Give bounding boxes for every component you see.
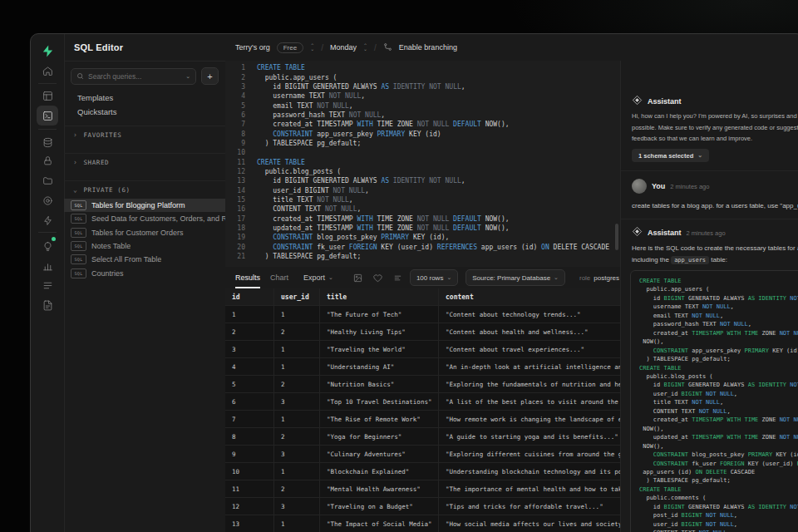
line-number: 8: [225, 131, 245, 138]
editor-line: 3 id BIGINT GENERATED ALWAYS AS IDENTITY…: [225, 82, 620, 91]
table-row[interactable]: 22"Healthy Living Tips""Content about he…: [225, 323, 620, 341]
tab-chart[interactable]: Chart: [270, 267, 288, 288]
table-row[interactable]: 131"The Impact of Social Media""How soci…: [225, 515, 620, 532]
breadcrumb: Terry's org Free ⌃⌄ / Monday ⌃⌄ / Enable…: [235, 34, 457, 61]
editor-line: 5 email TEXT NOT NULL,: [225, 101, 620, 110]
table-cell: 2: [274, 376, 320, 392]
sidebar-item-templates[interactable]: Templates: [64, 91, 225, 105]
table-cell: "Content about technology trends...": [439, 306, 620, 323]
table-row[interactable]: 123"Traveling on a Budget""Tips and tric…: [225, 498, 620, 515]
sidebar-query-item[interactable]: SQLSeed Data for Customers, Orders, and …: [64, 212, 225, 225]
editor-line: 15 title TEXT NOT NULL,: [225, 195, 620, 204]
sql-badge-icon: SQL: [71, 228, 86, 238]
table-row[interactable]: 52"Nutrition Basics""Exploring the funda…: [225, 376, 620, 393]
tab-results[interactable]: Results: [235, 267, 260, 288]
editor-line: 13 id BIGINT GENERATED ALWAYS AS IDENTIT…: [225, 176, 620, 185]
column-header[interactable]: user_id: [274, 288, 320, 305]
table-cell: 3: [225, 341, 274, 357]
table-cell: "A guide to starting yoga and its benefi…: [439, 428, 620, 445]
org-selector-icon[interactable]: ⌃⌄: [310, 44, 314, 51]
database-icon[interactable]: [37, 132, 58, 152]
editor-scrollbar[interactable]: [615, 224, 618, 250]
editor-line: 2 public.app_users (: [225, 72, 620, 81]
table-row[interactable]: 82"Yoga for Beginners""A guide to starti…: [225, 428, 620, 446]
section-favorites[interactable]: › FAVORITES: [64, 126, 225, 144]
table-cell: 10: [225, 463, 274, 480]
functions-icon[interactable]: [37, 190, 58, 210]
table-row[interactable]: 11"The Future of Tech""Content about tec…: [225, 306, 620, 323]
auth-icon[interactable]: [37, 150, 58, 170]
line-number: 4: [225, 92, 245, 100]
editor-line: 17 created_at TIMESTAMP WITH TIME ZONE N…: [225, 214, 620, 224]
chevron-down-icon: ⌄: [328, 274, 333, 281]
line-number: 7: [225, 121, 245, 128]
logs-icon[interactable]: [37, 275, 58, 295]
editor-line: 19 CONSTRAINT blog_posts_pkey PRIMARY KE…: [225, 233, 620, 242]
line-number: 20: [225, 244, 245, 251]
column-header[interactable]: content: [439, 288, 620, 305]
sidebar-query-item[interactable]: SQLTables for Customer Orders: [64, 226, 225, 239]
section-private[interactable]: ⌄ PRIVATE (6): [64, 180, 225, 199]
format-icon[interactable]: [393, 273, 402, 283]
user-name: You: [652, 182, 665, 190]
table-row[interactable]: 112"Mental Health Awareness""The importa…: [225, 480, 620, 498]
table-body: 11"The Future of Tech""Content about tec…: [225, 306, 620, 532]
table-row[interactable]: 71"The Rise of Remote Work""How remote w…: [225, 411, 620, 428]
line-number: 19: [225, 234, 245, 241]
rows-limit-select[interactable]: 100 rows⌄: [410, 269, 458, 286]
advisors-icon[interactable]: [37, 236, 58, 256]
project-name[interactable]: Monday: [330, 43, 357, 52]
sql-editor-icon[interactable]: [37, 106, 58, 126]
project-selector-icon[interactable]: ⌃⌄: [363, 44, 367, 51]
search-chevron-icon: ⌄: [185, 73, 190, 80]
search-input[interactable]: Search queries... ⌄: [71, 68, 196, 85]
editor-lines: 1CREATE TABLE2 public.app_users (3 id BI…: [225, 61, 620, 261]
new-query-button[interactable]: +: [201, 67, 219, 85]
assistant-code-line: CONTENT TEXT NOT NULL,: [639, 529, 798, 532]
heart-icon[interactable]: [373, 273, 382, 283]
table-row[interactable]: 93"Culinary Adventures""Exploring differ…: [225, 446, 620, 463]
table-editor-icon[interactable]: [37, 86, 58, 106]
column-header[interactable]: title: [320, 288, 439, 305]
sidebar-query-item[interactable]: SQLNotes Table: [64, 239, 225, 253]
table-row[interactable]: 101"Blockchain Explained""Understanding …: [225, 463, 620, 480]
nav-rail: [31, 34, 65, 532]
org-name[interactable]: Terry's org: [235, 43, 270, 52]
table-cell: "Blockchain Explained": [320, 463, 439, 480]
supabase-logo-icon[interactable]: [38, 42, 57, 60]
editor-line: 20 CONSTRAINT fk_user FOREIGN KEY (user_…: [225, 243, 620, 252]
sidebar-query-item[interactable]: SQLCountries: [64, 266, 225, 279]
enable-branching-button[interactable]: Enable branching: [399, 43, 457, 52]
search-icon: [76, 72, 84, 80]
storage-icon[interactable]: [37, 170, 58, 190]
reports-icon[interactable]: [37, 256, 58, 276]
rail-divider: [38, 83, 57, 84]
image-icon[interactable]: [353, 273, 362, 283]
table-row[interactable]: 31"Traveling the World""Content about tr…: [225, 341, 620, 358]
sidebar-query-item[interactable]: SQLSelect All From Table: [64, 253, 225, 266]
table-cell: 2: [274, 323, 320, 340]
realtime-icon[interactable]: [37, 210, 58, 230]
line-number: 6: [225, 111, 245, 119]
column-header[interactable]: id: [225, 288, 274, 305]
section-shared[interactable]: › SHARED: [64, 153, 225, 171]
table-row[interactable]: 41"Understanding AI""An in-depth look at…: [225, 358, 620, 376]
line-number: 12: [225, 168, 245, 175]
export-button[interactable]: Export⌄: [303, 273, 333, 282]
assistant-code-line: username TEXT NOT NULL,: [639, 303, 798, 311]
home-icon[interactable]: [37, 61, 58, 81]
table-cell: 6: [225, 393, 274, 410]
table-cell: 1: [274, 358, 320, 375]
query-label: Countries: [91, 269, 124, 278]
sql-code-editor[interactable]: 1CREATE TABLE2 public.app_users (3 id BI…: [225, 61, 620, 267]
table-cell: "A list of the best places to visit arou…: [439, 393, 620, 410]
schema-selector-chip[interactable]: 1 schema selected⌄: [632, 149, 709, 162]
sidebar-query-item[interactable]: SQLTables for Blogging Platform: [64, 199, 225, 212]
assistant-icon: [632, 94, 643, 109]
private-query-list: SQLTables for Blogging PlatformSQLSeed D…: [64, 199, 225, 280]
source-select[interactable]: Source: Primary Database⌄: [466, 269, 565, 286]
table-row[interactable]: 63"Top 10 Travel Destinations""A list of…: [225, 393, 620, 411]
sql-badge-icon: SQL: [71, 214, 86, 224]
sidebar-item-quickstarts[interactable]: Quickstarts: [64, 105, 225, 119]
api-docs-icon[interactable]: [37, 295, 58, 315]
